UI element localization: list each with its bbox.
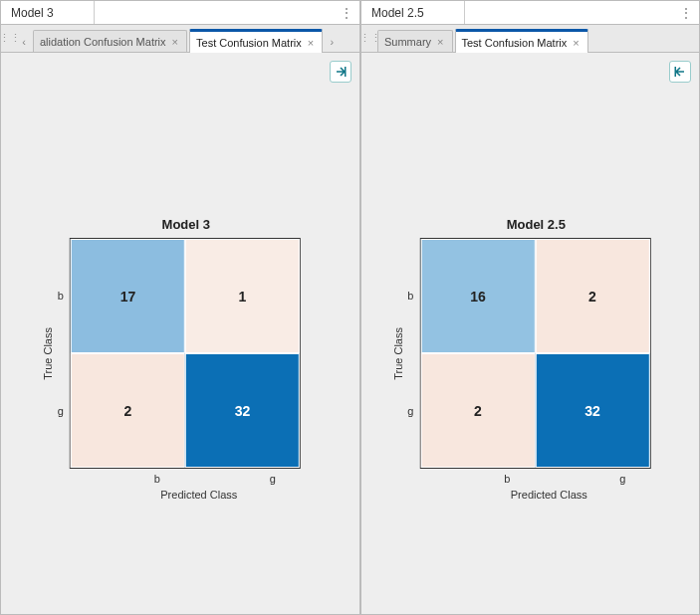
tab-scroll-left-icon[interactable]: ‹ (17, 32, 31, 52)
panel-collapse-left-icon[interactable] (669, 61, 691, 83)
tab-scroll-right-icon[interactable]: › (325, 32, 339, 52)
y-axis-ticks: b g (407, 238, 413, 469)
tabstrip: ⋮⋮ Summary × Test Confusion Matrix × (361, 25, 699, 53)
tab-test-confusion-matrix[interactable]: Test Confusion Matrix × (189, 29, 323, 53)
tabstrip: ⋮⋮ ‹ alidation Confusion Matrix × Test C… (1, 25, 359, 53)
x-tick: g (619, 473, 625, 485)
x-axis-label: Predicted Class (68, 489, 331, 501)
close-icon[interactable]: × (571, 37, 581, 49)
titlebar: Model 2.5 ⋮ (361, 1, 699, 25)
close-icon[interactable]: × (170, 36, 180, 48)
pane-model-2-5: Model 2.5 ⋮ ⋮⋮ Summary × Test Confusion … (360, 0, 700, 615)
svg-rect-0 (345, 67, 347, 77)
matrix-cell: 32 (535, 353, 649, 468)
model-title-tab[interactable]: Model 2.5 (361, 1, 465, 24)
drag-handle-icon[interactable]: ⋮⋮ (5, 25, 15, 52)
model-title-tab[interactable]: Model 3 (1, 1, 95, 24)
y-tick: g (407, 405, 413, 417)
y-axis-ticks: b g (58, 238, 64, 469)
x-tick: b (154, 473, 160, 485)
tab-label: alidation Confusion Matrix (40, 36, 166, 48)
titlebar: Model 3 ⋮ (1, 1, 359, 25)
confusion-matrix-grid: 17 1 2 32 (70, 238, 301, 469)
x-tick: b (504, 473, 510, 485)
y-tick: b (58, 290, 64, 302)
confusion-matrix-chart: Model 3 True Class b g 17 1 2 32 b (42, 217, 331, 501)
pane-model-3: Model 3 ⋮ ⋮⋮ ‹ alidation Confusion Matri… (0, 0, 360, 615)
y-axis: True Class b g (391, 238, 419, 469)
y-tick: b (407, 290, 413, 302)
x-tick: g (270, 473, 276, 485)
matrix-cell: 2 (420, 353, 535, 468)
y-axis: True Class b g (42, 238, 70, 469)
chart-content: Model 3 True Class b g 17 1 2 32 b (1, 53, 359, 614)
chart-title: Model 2.5 (391, 217, 680, 232)
matrix-cell: 2 (71, 353, 185, 468)
close-icon[interactable]: × (435, 36, 445, 48)
matrix-cell: 17 (71, 239, 185, 353)
matrix-cell: 2 (535, 239, 649, 353)
panel-collapse-right-icon[interactable] (330, 61, 351, 83)
matrix-frame: True Class b g 17 1 2 32 (42, 238, 331, 469)
y-axis-label: True Class (391, 327, 403, 380)
x-axis-label: Predicted Class (417, 489, 680, 501)
model-title-text: Model 2.5 (371, 6, 424, 20)
x-axis-ticks: b g (100, 473, 331, 485)
confusion-matrix-grid: 16 2 2 32 (419, 238, 650, 469)
matrix-cell: 32 (185, 353, 300, 468)
matrix-cell: 16 (420, 239, 535, 353)
tab-label: Summary (384, 36, 431, 48)
kebab-menu-icon[interactable]: ⋮ (673, 1, 699, 24)
tab-summary[interactable]: Summary × (377, 30, 453, 52)
tab-test-confusion-matrix[interactable]: Test Confusion Matrix × (455, 29, 588, 53)
matrix-cell: 1 (185, 239, 300, 353)
y-tick: g (58, 405, 64, 417)
tab-validation-confusion-matrix[interactable]: alidation Confusion Matrix × (33, 30, 187, 52)
x-axis-ticks: b g (449, 473, 680, 485)
matrix-frame: True Class b g 16 2 2 32 (391, 238, 680, 469)
titlebar-spacer (95, 1, 334, 24)
chart-content: Model 2.5 True Class b g 16 2 2 32 b (361, 53, 699, 614)
model-title-text: Model 3 (11, 6, 54, 20)
titlebar-spacer (465, 1, 673, 24)
y-axis-label: True Class (42, 327, 54, 380)
drag-handle-icon[interactable]: ⋮⋮ (365, 25, 375, 52)
close-icon[interactable]: × (306, 37, 316, 49)
kebab-menu-icon[interactable]: ⋮ (334, 1, 359, 24)
confusion-matrix-chart: Model 2.5 True Class b g 16 2 2 32 b (391, 217, 680, 501)
tab-label: Test Confusion Matrix (196, 37, 302, 49)
chart-title: Model 3 (42, 217, 331, 232)
tab-label: Test Confusion Matrix (462, 37, 568, 49)
